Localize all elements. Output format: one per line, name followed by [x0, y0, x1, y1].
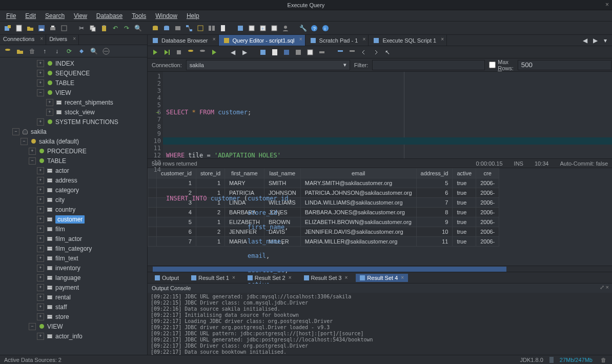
cursor-icon[interactable]: ↖	[383, 48, 392, 57]
side-tab-connections[interactable]: Connections×	[0, 35, 46, 45]
commit-db-icon[interactable]	[186, 48, 195, 57]
driver-icon[interactable]	[173, 24, 182, 33]
menu-file[interactable]: File	[2, 11, 20, 21]
sql-editor[interactable]: 1234567891011121314 →SELECT * FROM custo…	[148, 72, 612, 159]
horizontal-scrollbar[interactable]	[148, 266, 612, 272]
tree-table-rental[interactable]: +rental	[0, 292, 147, 302]
compare-icon[interactable]	[207, 24, 216, 33]
tree-table-inventory[interactable]: +inventory	[0, 263, 147, 273]
menu-window[interactable]: Window	[151, 11, 181, 21]
open-icon[interactable]	[26, 24, 35, 33]
db-icon-1[interactable]	[151, 24, 160, 33]
console-close-icon[interactable]: ⤢ ×	[600, 284, 609, 291]
redo-icon[interactable]: ↷	[122, 24, 131, 33]
export-csv-icon[interactable]	[305, 48, 315, 57]
browse-icon[interactable]	[196, 24, 205, 33]
find-icon[interactable]: 🔍	[133, 24, 142, 33]
info-icon[interactable]: i	[321, 24, 330, 33]
close-icon[interactable]: ×	[363, 36, 366, 42]
undo-icon[interactable]: ↶	[111, 24, 120, 33]
editor-tab[interactable]: Execute SQL Script 1×	[369, 35, 447, 46]
tree-table-store[interactable]: +store	[0, 312, 147, 321]
sql-icon[interactable]	[282, 48, 291, 57]
rollback-icon[interactable]	[198, 48, 207, 57]
up-icon[interactable]: ↑	[40, 47, 49, 56]
filter-input[interactable]	[372, 60, 485, 70]
search-icon[interactable]: 🔍	[89, 47, 98, 56]
max-rows-checkbox[interactable]	[489, 62, 496, 68]
print-preview-icon[interactable]	[59, 24, 69, 33]
side-tab-drivers[interactable]: Drivers×	[46, 35, 79, 45]
new-editor-icon[interactable]	[270, 48, 279, 57]
tree-table-address[interactable]: +address	[0, 175, 147, 185]
tree-table-city[interactable]: +city	[0, 195, 147, 205]
close-icon[interactable]: ×	[441, 36, 444, 42]
refresh-icon[interactable]: ⟳	[65, 47, 74, 56]
history-prev-icon[interactable]: ◀	[228, 48, 237, 57]
new-file-icon[interactable]	[14, 24, 24, 33]
preferences-icon[interactable]: 🔧	[298, 24, 308, 33]
tree-table-film_category[interactable]: +film_category	[0, 244, 147, 253]
db-icon-2[interactable]	[162, 24, 171, 33]
window-close-icon[interactable]: ×	[605, 1, 609, 8]
execute-icon[interactable]	[151, 48, 160, 57]
new-conn-icon[interactable]	[3, 47, 12, 56]
tree-table-actor[interactable]: +actor	[0, 166, 147, 175]
help-icon[interactable]: ?	[310, 24, 319, 33]
menu-tools[interactable]: Tools	[128, 11, 150, 21]
gc-icon[interactable]: 🗑	[599, 355, 608, 365]
tree-table-language[interactable]: +language	[0, 273, 147, 282]
tree-table-film_actor[interactable]: +film_actor	[0, 234, 147, 244]
history-next-icon[interactable]: ▶	[240, 48, 249, 57]
tree-table-customer[interactable]: +customer	[0, 214, 147, 224]
copy-icon[interactable]	[88, 24, 97, 33]
user-icon[interactable]	[281, 24, 290, 33]
editor-tab[interactable]: Query Editor - script1.sql×	[219, 35, 305, 46]
execute-step-icon[interactable]	[162, 48, 172, 57]
save-icon[interactable]	[37, 24, 46, 33]
close-icon[interactable]: ×	[40, 36, 43, 42]
menu-view[interactable]: View	[70, 11, 91, 21]
update-icon[interactable]	[270, 24, 279, 33]
connection-select[interactable]: sakila▾	[186, 60, 350, 70]
new-table-icon[interactable]	[247, 24, 256, 33]
minus-icon[interactable]	[101, 47, 111, 56]
tab-menu-icon[interactable]: ▾	[601, 36, 610, 45]
max-rows-input[interactable]	[518, 60, 611, 70]
tab-prev-icon[interactable]: ◀	[580, 36, 589, 45]
export-icon[interactable]	[258, 48, 268, 57]
paste-icon[interactable]	[99, 24, 109, 33]
editor-tab[interactable]: Database Browser×	[148, 35, 219, 46]
print-icon[interactable]	[48, 24, 57, 33]
tree-table-category[interactable]: +category	[0, 185, 147, 195]
tab-next-icon[interactable]: ▶	[590, 36, 600, 45]
tree-table-payment[interactable]: +payment	[0, 282, 147, 292]
connect-icon[interactable]	[77, 47, 86, 56]
tree-table-country[interactable]: +country	[0, 205, 147, 214]
toggle-icon[interactable]	[317, 48, 327, 57]
menu-search[interactable]: Search	[41, 11, 69, 21]
uncomment-icon[interactable]	[348, 48, 357, 57]
menu-edit[interactable]: Edit	[21, 11, 40, 21]
erd-icon[interactable]	[185, 24, 194, 33]
tree-table-film_text[interactable]: +film_text	[0, 253, 147, 263]
editor-tab[interactable]: Scratch Pad - 1×	[305, 35, 369, 46]
cut-icon[interactable]: ✂	[77, 24, 86, 33]
indent-left-icon[interactable]	[359, 48, 369, 57]
close-icon[interactable]: ×	[299, 36, 302, 42]
down-icon[interactable]: ↓	[52, 47, 62, 56]
commit-icon[interactable]	[236, 24, 245, 33]
stop-icon[interactable]	[174, 48, 183, 57]
new-connection-icon[interactable]	[3, 24, 12, 33]
run-script-icon[interactable]	[210, 48, 219, 57]
open-folder-icon[interactable]	[15, 47, 25, 56]
close-icon[interactable]: ×	[73, 36, 76, 42]
close-icon[interactable]: ×	[213, 36, 216, 42]
tree-table-staff[interactable]: +staff	[0, 302, 147, 312]
format-icon[interactable]	[294, 48, 303, 57]
tree-table-film[interactable]: +film	[0, 224, 147, 234]
doc-icon[interactable]	[218, 24, 228, 33]
menu-database[interactable]: Database	[92, 11, 127, 21]
comment-icon[interactable]	[336, 48, 345, 57]
indent-right-icon[interactable]	[371, 48, 380, 57]
